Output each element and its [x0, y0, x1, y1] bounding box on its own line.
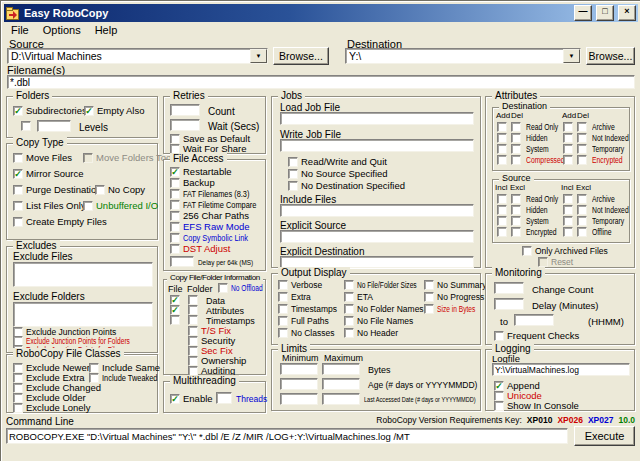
accessed-max-input[interactable] — [322, 393, 360, 405]
checkbox-box[interactable] — [494, 401, 504, 411]
copy-symbolic-link-checkbox[interactable]: Copy Symbolic Link — [170, 232, 266, 243]
no-source-specified-checkbox[interactable]: No Source Specified — [288, 168, 388, 179]
src-encrypted-excl-checkbox[interactable] — [511, 227, 521, 237]
checkbox-box[interactable] — [497, 216, 507, 226]
checkbox-box[interactable] — [170, 315, 180, 325]
src-notindexed-excl-checkbox[interactable] — [577, 205, 587, 215]
restartable-checkbox[interactable]: ✓Restartable — [170, 166, 232, 177]
src-readonly-incl-checkbox[interactable] — [497, 194, 507, 204]
checkbox-box[interactable] — [13, 393, 23, 403]
maximize-button[interactable]: □ — [596, 5, 614, 21]
levels-checkbox[interactable] — [21, 121, 31, 131]
efs-raw-mode-checkbox[interactable]: EFS Raw Mode — [170, 221, 250, 232]
checkbox-box[interactable] — [577, 122, 587, 132]
exclude-files-input[interactable] — [13, 262, 153, 287]
source-input[interactable] — [8, 49, 250, 63]
checkbox-box[interactable] — [344, 316, 354, 326]
destination-dropdown-arrow-icon[interactable]: ▼ — [563, 49, 580, 63]
bytes-max-input[interactable] — [322, 363, 360, 375]
checkbox-box[interactable] — [188, 326, 198, 336]
dest-temporary-add-checkbox[interactable] — [563, 144, 573, 154]
checkbox-box[interactable] — [278, 328, 288, 338]
checkbox-box[interactable] — [188, 315, 198, 325]
checkbox-box[interactable] — [563, 194, 573, 204]
write-job-file-input[interactable] — [280, 139, 474, 152]
checkbox-box[interactable] — [563, 205, 573, 215]
checkbox-box[interactable] — [170, 189, 180, 199]
filename-input[interactable] — [7, 75, 635, 89]
checkbox-box[interactable] — [83, 201, 93, 211]
checkbox-box[interactable] — [13, 363, 23, 373]
checkbox-box[interactable] — [497, 144, 507, 154]
checkbox-box[interactable] — [278, 304, 288, 314]
checkbox-box[interactable] — [13, 201, 23, 211]
dest-archive-add-checkbox[interactable] — [563, 122, 573, 132]
checkbox-box[interactable] — [13, 403, 23, 413]
source-combo[interactable]: ▼ — [7, 48, 268, 64]
checkbox-box[interactable] — [497, 133, 507, 143]
age-min-input[interactable] — [280, 378, 318, 390]
size-in-bytes-checkbox[interactable]: Size in Bytes — [424, 304, 486, 314]
checkbox-box[interactable]: ✓ — [84, 106, 94, 116]
src-readonly-excl-checkbox[interactable] — [511, 194, 521, 204]
source-dropdown-arrow-icon[interactable]: ▼ — [250, 49, 267, 63]
checkbox-box[interactable]: ✓ — [170, 167, 180, 177]
dest-notindexed-del-checkbox[interactable] — [577, 133, 587, 143]
checkbox-box[interactable] — [278, 292, 288, 302]
checkbox-box[interactable] — [424, 304, 434, 314]
execute-button[interactable]: Execute — [574, 426, 635, 446]
create-empty-files-checkbox[interactable]: Create Empty Files — [13, 216, 107, 227]
bytes-min-input[interactable] — [280, 363, 318, 375]
dest-compressed-add-checkbox[interactable] — [497, 155, 507, 165]
src-hidden-incl-checkbox[interactable] — [497, 205, 507, 215]
checkbox-box[interactable] — [344, 304, 354, 314]
checkbox-box[interactable] — [278, 316, 288, 326]
char-paths-checkbox[interactable]: 256 Char Paths — [170, 210, 249, 221]
delay-input[interactable] — [170, 256, 194, 267]
checkbox-box[interactable] — [577, 227, 587, 237]
checkbox-box[interactable] — [424, 292, 434, 302]
frequent-checks-checkbox[interactable]: Frequent Checks — [494, 330, 579, 341]
checkbox-box[interactable] — [511, 205, 521, 215]
attributes-file-checkbox[interactable]: ✓ — [170, 305, 180, 315]
checkbox-box[interactable] — [497, 227, 507, 237]
multithreading-enable-checkbox[interactable]: ✓Enable — [170, 393, 213, 404]
checkbox-box[interactable] — [563, 122, 573, 132]
checkbox-box[interactable] — [511, 216, 521, 226]
checkbox-box[interactable]: ✓ — [494, 381, 504, 391]
checkbox-box[interactable] — [344, 292, 354, 302]
no-summary-checkbox[interactable]: No Summary — [424, 280, 487, 290]
checkbox-box[interactable] — [522, 246, 532, 256]
dest-system-del-checkbox[interactable] — [511, 144, 521, 154]
src-system-excl-checkbox[interactable] — [511, 216, 521, 226]
src-temporary-incl-checkbox[interactable] — [563, 216, 573, 226]
titlebar[interactable]: Easy RoboCopy — □ × — [4, 4, 638, 22]
data-folder-checkbox[interactable] — [188, 295, 198, 305]
src-offline-incl-checkbox[interactable] — [563, 227, 573, 237]
no-offload-checkbox[interactable]: No Offload — [218, 283, 271, 293]
read-write-quit-checkbox[interactable]: Read/Write and Quit — [288, 156, 387, 167]
include-files-input[interactable] — [280, 204, 474, 217]
mirror-source-checkbox[interactable]: ✓Mirror Source — [13, 168, 84, 179]
checkbox-box[interactable] — [497, 122, 507, 132]
dst-adjust-checkbox[interactable]: DST Adjust — [170, 243, 230, 254]
timestamps-output-checkbox[interactable]: Timestamps — [278, 304, 337, 314]
checkbox-box[interactable] — [577, 144, 587, 154]
checkbox-box[interactable] — [497, 205, 507, 215]
src-notindexed-incl-checkbox[interactable] — [563, 205, 573, 215]
source-browse-button[interactable]: Browse... — [273, 47, 329, 65]
dest-notindexed-add-checkbox[interactable] — [563, 133, 573, 143]
src-offline-excl-checkbox[interactable] — [577, 227, 587, 237]
checkbox-box[interactable] — [563, 227, 573, 237]
destination-input[interactable] — [346, 49, 563, 63]
data-file-checkbox[interactable]: ✓ — [170, 295, 180, 305]
checkbox-box[interactable] — [288, 157, 298, 167]
checkbox-box[interactable] — [89, 373, 99, 383]
change-count-input[interactable] — [494, 282, 524, 294]
logfile-input[interactable] — [492, 363, 630, 376]
age-max-input[interactable] — [322, 378, 360, 390]
exclude-lonely-checkbox[interactable]: Exclude Lonely — [13, 402, 90, 413]
checkbox-box[interactable] — [577, 133, 587, 143]
checkbox-box[interactable] — [511, 122, 521, 132]
checkbox-box[interactable] — [511, 144, 521, 154]
